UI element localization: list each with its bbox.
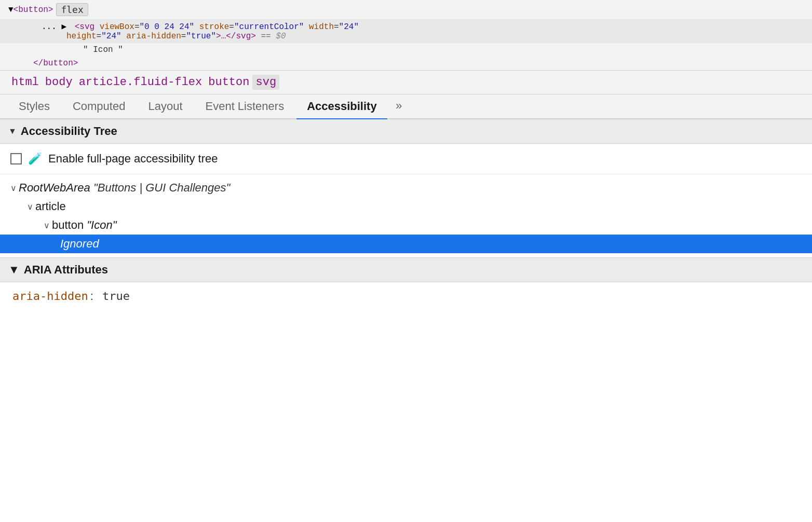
chevron-article: ∨ — [27, 202, 33, 212]
viewbox-value: "0 0 24 24" — [140, 22, 195, 32]
tag-open-bracket: < — [13, 5, 19, 15]
dom-line-button[interactable]: ▼ <button> flex — [0, 0, 812, 19]
ellipsis-icon[interactable]: ... — [42, 22, 57, 32]
svg-close-tag: >…</svg> — [216, 32, 256, 41]
tag-close-bracket: > — [48, 5, 53, 15]
dollar-zero: $0 — [276, 32, 286, 41]
breadcrumb-svg[interactable]: svg — [252, 75, 279, 90]
aria-hidden-attr: aria-hidden — [121, 32, 181, 41]
toggle-row: 🧪 Enable full-page accessibility tree — [0, 144, 812, 174]
main-panel: ▼ Accessibility Tree 🧪 Enable full-page … — [0, 119, 812, 310]
icon-text-content: " Icon " — [42, 45, 123, 54]
tab-computed[interactable]: Computed — [62, 94, 136, 119]
aria-attr-colon: : — [90, 290, 93, 303]
accessibility-tree-title: Accessibility Tree — [21, 125, 117, 138]
height-attr: height — [66, 32, 97, 41]
full-page-checkbox[interactable] — [10, 153, 22, 164]
aria-attr-row: aria-hidden: true — [0, 282, 812, 310]
width-attr: width — [304, 22, 334, 32]
tab-event-listeners[interactable]: Event Listeners — [195, 94, 295, 119]
aria-attributes-header: ▼ ARIA Attributes — [0, 258, 812, 282]
tree-row-root-web-area[interactable]: ∨ RootWebArea "Buttons | GUI Challenges" — [0, 178, 812, 197]
width-value: "24" — [339, 22, 359, 32]
beaker-icon: 🧪 — [28, 152, 42, 166]
collapse-triangle[interactable]: ▼ — [8, 5, 13, 15]
closing-tag-end: > — [73, 59, 78, 68]
tab-accessibility[interactable]: Accessibility — [296, 94, 387, 119]
tab-more[interactable]: » — [389, 95, 409, 118]
button-tag-name: button — [18, 5, 48, 15]
aria-section: ▼ ARIA Attributes aria-hidden: true — [0, 257, 812, 310]
full-page-label: Enable full-page accessibility tree — [48, 152, 218, 166]
closing-button-tag: button — [43, 59, 73, 68]
tab-styles[interactable]: Styles — [8, 94, 60, 119]
dom-line-svg[interactable]: ... ▶ <svg viewBox="0 0 24 24" stroke="c… — [0, 19, 812, 43]
tab-layout[interactable]: Layout — [138, 94, 193, 119]
svg-tag-name: svg — [79, 22, 99, 32]
tree-row-button[interactable]: ∨ button "Icon" — [0, 216, 812, 235]
aria-hidden-attr-name: aria-hidden — [12, 290, 88, 303]
chevron-root: ∨ — [10, 183, 17, 193]
aria-hidden-attr-value: true — [96, 290, 130, 303]
breadcrumb-article[interactable]: article.fluid-flex — [76, 75, 206, 90]
article-label: article — [35, 200, 66, 213]
expand-triangle[interactable]: ▶ — [61, 22, 66, 32]
aria-hidden-value: "true" — [186, 32, 216, 41]
tab-bar: Styles Computed Layout Event Listeners A… — [0, 94, 812, 119]
ignored-label: Ignored — [60, 237, 99, 251]
dom-line-text: " Icon " — [0, 43, 812, 57]
dom-line-closing: </button> — [0, 57, 812, 70]
accessibility-tree: ∨ RootWebArea "Buttons | GUI Challenges"… — [0, 174, 812, 257]
breadcrumb-body[interactable]: body — [42, 75, 76, 90]
height-value: "24" — [101, 32, 121, 41]
svg-tag-open: < — [75, 22, 80, 32]
stroke-value: "currentColor" — [234, 22, 304, 32]
root-web-area-label: RootWebArea "Buttons | GUI Challenges" — [19, 181, 230, 195]
breadcrumb-button[interactable]: button — [205, 75, 252, 90]
button-label: button "Icon" — [52, 218, 116, 232]
closing-tag-bracket: </ — [33, 59, 43, 68]
breadcrumb-html[interactable]: html — [8, 75, 42, 90]
tree-row-ignored[interactable]: Ignored — [0, 235, 812, 253]
dom-inspector: ▼ <button> flex ... ▶ <svg viewBox="0 0 … — [0, 0, 812, 71]
breadcrumb-bar: html body article.fluid-flex button svg — [0, 71, 812, 94]
accessibility-tree-header: ▼ Accessibility Tree — [0, 119, 812, 144]
stroke-attr: stroke — [194, 22, 229, 32]
tree-row-article[interactable]: ∨ article — [0, 197, 812, 216]
flex-badge[interactable]: flex — [56, 3, 88, 16]
viewbox-attr: viewBox — [100, 22, 134, 32]
section-collapse-triangle[interactable]: ▼ — [8, 127, 17, 136]
chevron-button: ∨ — [44, 221, 50, 230]
aria-collapse-triangle[interactable]: ▼ — [8, 263, 20, 277]
aria-attributes-title: ARIA Attributes — [24, 263, 108, 277]
